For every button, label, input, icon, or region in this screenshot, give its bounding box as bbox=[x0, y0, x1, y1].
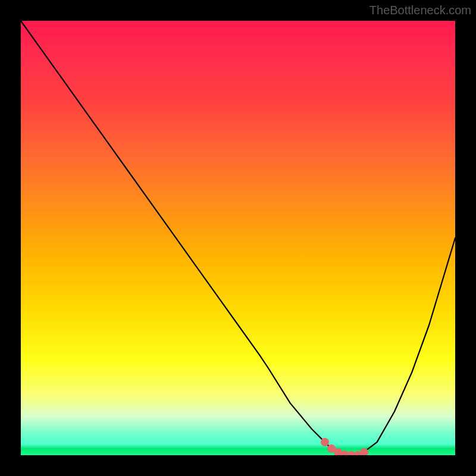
bottleneck-curve bbox=[21, 21, 455, 455]
watermark: TheBottleneck.com bbox=[369, 4, 471, 17]
bottleneck-chart bbox=[21, 21, 455, 455]
